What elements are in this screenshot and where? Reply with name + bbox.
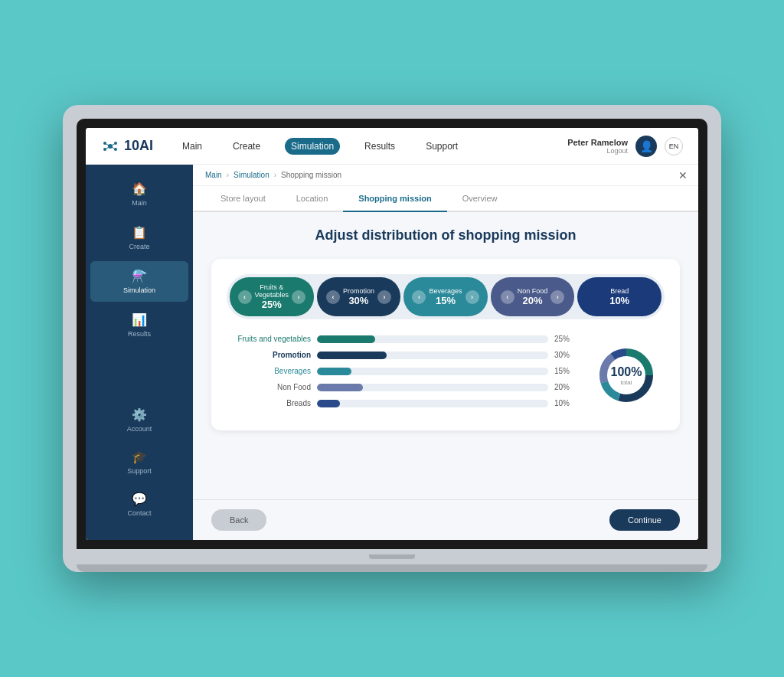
promotion-next-btn[interactable]: ›: [377, 290, 391, 304]
sidebar-item-contact[interactable]: 💬 Contact: [90, 484, 188, 525]
segment-beverages: ‹ Beverages 15% ›: [403, 277, 488, 316]
promotion-label: Promotion: [343, 287, 374, 295]
tab-store-layout[interactable]: Store layout: [205, 186, 281, 212]
close-icon[interactable]: ✕: [678, 169, 688, 182]
account-icon: ⚙️: [132, 407, 147, 422]
donut-label: total: [611, 378, 642, 385]
sidebar-label-simulation: Simulation: [123, 286, 155, 294]
fruits-prev-btn[interactable]: ‹: [238, 290, 252, 304]
bar-pct-breads: 10%: [554, 399, 576, 407]
page-content: Adjust distribution of shopping mission …: [193, 212, 698, 499]
promotion-prev-btn[interactable]: ‹: [326, 290, 340, 304]
logout-link[interactable]: Logout: [567, 147, 628, 155]
page-title: Adjust distribution of shopping mission: [211, 227, 680, 244]
footer-buttons: Back Continue: [193, 499, 698, 540]
sidebar-item-create[interactable]: 📋 Create: [90, 217, 188, 258]
laptop-bottom: [77, 549, 707, 564]
nonfood-value: 20%: [518, 295, 548, 306]
fruits-value: 25%: [255, 299, 289, 310]
donut-percent: 100%: [611, 365, 642, 378]
bar-label-nonfood: Non Food: [227, 383, 311, 391]
simulation-icon: ⚗️: [132, 269, 147, 283]
bar-fill-breads: [317, 400, 340, 407]
logo: 10AI: [101, 137, 153, 155]
logo-text: 10AI: [124, 138, 153, 154]
bar-fill-promotion: [317, 352, 387, 359]
user-name: Peter Ramelow: [567, 138, 628, 147]
beverages-label: Beverages: [429, 287, 462, 295]
tabs: Store layout Location Shopping mission O…: [193, 186, 698, 212]
bar-track-fruits: [317, 335, 548, 343]
bar-label-breads: Breads: [227, 399, 311, 407]
home-icon: 🏠: [132, 182, 147, 196]
fruits-next-btn[interactable]: ›: [292, 290, 305, 304]
sidebar-item-main[interactable]: 🏠 Main: [90, 174, 188, 214]
nonfood-prev-btn[interactable]: ‹: [501, 290, 514, 304]
user-area: Peter Ramelow Logout 👤 EN: [567, 136, 683, 157]
bar-label-beverages: Beverages: [227, 367, 311, 375]
contact-icon: 💬: [132, 492, 147, 506]
bar-pct-fruits: 25%: [554, 335, 576, 343]
segment-nonfood: ‹ Non Food 20% ›: [491, 277, 575, 316]
bar-row-breads: Breads 10%: [227, 399, 576, 407]
lang-button[interactable]: EN: [665, 137, 683, 155]
sidebar-item-support[interactable]: 🎓 Support: [90, 442, 188, 482]
breadcrumb: Main › Simulation › Shopping mission ✕: [193, 165, 698, 186]
content-area: Main › Simulation › Shopping mission ✕ S…: [193, 165, 698, 540]
screen: 10AI Main Create Simulation Results Supp…: [86, 128, 698, 540]
sidebar-label-support: Support: [127, 467, 152, 475]
bread-label: Bread: [609, 287, 629, 295]
sidebar-item-results[interactable]: 📊 Results: [90, 305, 188, 345]
nav-main[interactable]: Main: [176, 138, 208, 155]
breadcrumb-main[interactable]: Main: [205, 171, 222, 179]
bar-row-nonfood: Non Food 20%: [227, 383, 576, 391]
bar-track-breads: [317, 400, 548, 407]
bar-pct-beverages: 15%: [554, 367, 576, 375]
bar-row-beverages: Beverages 15%: [227, 367, 576, 375]
bar-track-promotion: [317, 352, 548, 359]
avatar: 👤: [635, 136, 657, 157]
laptop-notch: [369, 554, 415, 559]
breadcrumb-sep2: ›: [274, 171, 276, 179]
main-layout: 🏠 Main 📋 Create ⚗️ Simulation 📊 Results: [86, 165, 698, 540]
sidebar-label-create: Create: [129, 243, 149, 250]
bar-label-promotion: Promotion: [227, 351, 311, 359]
breadcrumb-current: Shopping mission: [281, 171, 341, 179]
sidebar-item-simulation[interactable]: ⚗️ Simulation: [90, 261, 188, 302]
bar-fill-nonfood: [317, 384, 363, 391]
bar-pct-promotion: 30%: [554, 351, 576, 359]
nav-results[interactable]: Results: [358, 138, 401, 155]
sidebar-label-contact: Contact: [127, 509, 151, 517]
fruits-label: Fruits &Vegetables: [255, 283, 289, 299]
laptop-stand: [77, 564, 707, 572]
beverages-prev-btn[interactable]: ‹: [412, 290, 426, 304]
sidebar-item-account[interactable]: ⚙️ Account: [90, 400, 188, 440]
bar-track-nonfood: [317, 384, 548, 391]
sidebar-label-main: Main: [132, 199, 147, 207]
bars-area: Fruits and vegetables 25% Promotion: [227, 335, 665, 415]
nav-create[interactable]: Create: [227, 138, 266, 155]
nav-support[interactable]: Support: [420, 138, 464, 155]
tab-shopping-mission[interactable]: Shopping mission: [343, 186, 446, 212]
continue-button[interactable]: Continue: [609, 509, 680, 531]
back-button[interactable]: Back: [211, 509, 266, 531]
logo-icon: [101, 137, 119, 155]
tab-overview[interactable]: Overview: [447, 186, 513, 212]
tab-location[interactable]: Location: [281, 186, 344, 212]
segment-promotion: ‹ Promotion 30% ›: [317, 277, 401, 316]
sidebar-label-account: Account: [127, 425, 152, 433]
screen-bezel: 10AI Main Create Simulation Results Supp…: [77, 119, 707, 549]
bar-label-fruits: Fruits and vegetables: [227, 335, 311, 343]
bar-track-beverages: [317, 368, 548, 375]
distribution-card: ‹ Fruits &Vegetables 25% › ‹: [211, 259, 680, 430]
top-nav: 10AI Main Create Simulation Results Supp…: [86, 128, 698, 165]
segment-fruits: ‹ Fruits &Vegetables 25% ›: [230, 277, 314, 316]
donut-chart: 100% total: [596, 345, 657, 406]
segment-bread: Bread 10%: [577, 277, 662, 316]
beverages-next-btn[interactable]: ›: [466, 290, 479, 304]
nav-simulation[interactable]: Simulation: [285, 138, 340, 155]
sidebar: 🏠 Main 📋 Create ⚗️ Simulation 📊 Results: [86, 165, 193, 540]
donut-area: 100% total: [588, 335, 665, 415]
breadcrumb-simulation[interactable]: Simulation: [234, 171, 270, 179]
nonfood-next-btn[interactable]: ›: [550, 290, 564, 304]
